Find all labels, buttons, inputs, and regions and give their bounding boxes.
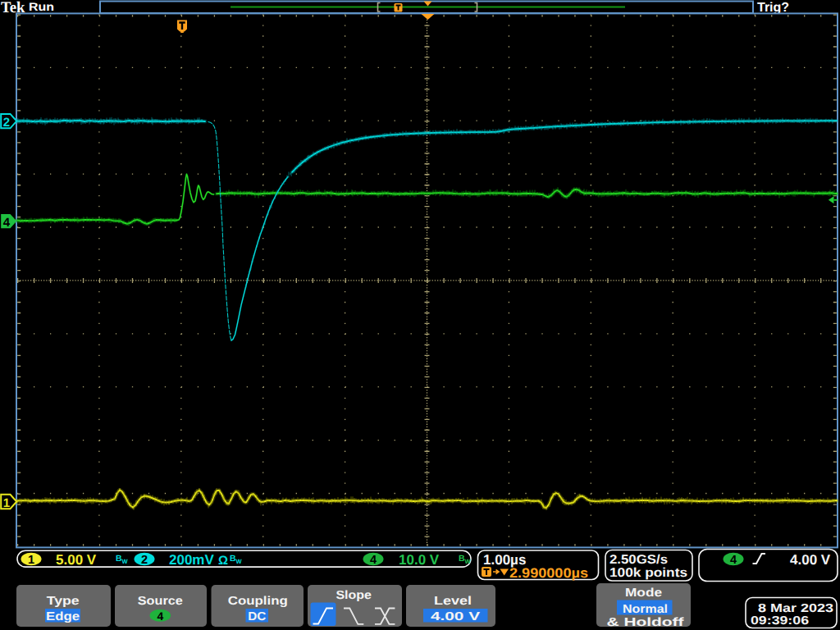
svg-text:200mV: 200mV [169,552,214,568]
svg-text:Ω: Ω [218,554,228,568]
svg-text:Level: Level [434,595,472,608]
svg-text:4: 4 [3,216,11,230]
svg-text:4.00 V: 4.00 V [431,610,480,623]
svg-text:10.0 V: 10.0 V [399,552,440,568]
svg-text:Coupling: Coupling [228,595,288,608]
svg-text:4: 4 [157,609,163,623]
svg-text:4: 4 [370,554,377,567]
svg-text:2.50GS/s: 2.50GS/s [609,553,668,567]
svg-text:2: 2 [141,554,148,567]
svg-text:100k points: 100k points [609,566,687,580]
svg-text:8 Mar 2023: 8 Mar 2023 [758,602,833,615]
svg-text:5.00 V: 5.00 V [56,552,97,568]
svg-text:4.00 V: 4.00 V [790,552,831,568]
svg-text:& Holdoff: & Holdoff [607,616,684,629]
svg-text:Edge: Edge [46,610,80,623]
svg-text:1: 1 [28,554,34,567]
svg-text:Source: Source [138,595,183,608]
svg-text:DC: DC [248,610,267,623]
svg-text:Run: Run [29,0,54,13]
svg-text:09:39:06: 09:39:06 [751,614,809,628]
svg-text:2: 2 [3,116,10,130]
svg-text:Mode: Mode [625,587,662,600]
svg-text:2.990000µs: 2.990000µs [509,566,588,581]
svg-text:Slope: Slope [336,589,372,602]
svg-text:Normal: Normal [623,603,668,616]
svg-text:4: 4 [730,554,737,567]
svg-text:1: 1 [3,496,10,510]
svg-text:Type: Type [47,595,80,608]
